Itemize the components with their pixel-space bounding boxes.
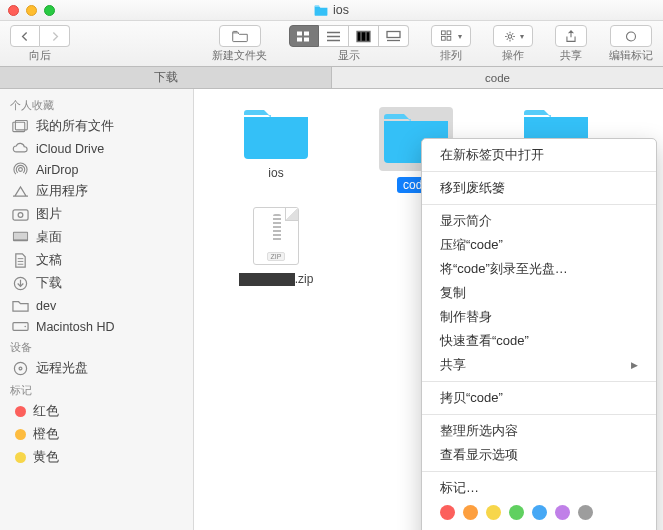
sidebar-item-dev[interactable]: dev	[0, 295, 193, 316]
menu-get-info[interactable]: 显示简介	[422, 209, 656, 233]
back-button[interactable]	[10, 25, 40, 47]
forward-button[interactable]	[40, 25, 70, 47]
context-menu: 在新标签页中打开 移到废纸篓 显示简介 压缩“code” 将“code”刻录至光…	[421, 138, 657, 530]
menu-burn[interactable]: 将“code”刻录至光盘…	[422, 257, 656, 281]
tag-color-gray[interactable]	[578, 505, 593, 520]
sidebar-item-airdrop[interactable]: AirDrop	[0, 159, 193, 180]
action-button[interactable]: ▾	[493, 25, 533, 47]
zip-icon: ZIP	[253, 207, 299, 265]
menu-cleanup[interactable]: 整理所选内容	[422, 419, 656, 443]
sidebar-tag-orange[interactable]: 橙色	[0, 423, 193, 446]
coverflow-view-button[interactable]	[379, 25, 409, 47]
tag-dot-orange	[15, 429, 26, 440]
sidebar-item-apps[interactable]: 应用程序	[0, 180, 193, 203]
sidebar-group-tags: 标记	[0, 380, 193, 400]
sidebar-item-hd[interactable]: Macintosh HD	[0, 316, 193, 337]
sidebar-tag-red[interactable]: 红色	[0, 400, 193, 423]
tag-color-purple[interactable]	[555, 505, 570, 520]
close-window-button[interactable]	[8, 5, 19, 16]
view-mode-switcher	[289, 25, 409, 47]
folder-icon	[241, 107, 311, 159]
edit-tags-button[interactable]	[610, 25, 652, 47]
downloads-icon	[12, 276, 29, 291]
svg-point-23	[19, 367, 22, 370]
menu-copy[interactable]: 拷贝“code”	[422, 386, 656, 410]
sidebar-tag-yellow[interactable]: 黄色	[0, 446, 193, 469]
tag-color-orange[interactable]	[463, 505, 478, 520]
sidebar-item-downloads[interactable]: 下载	[0, 272, 193, 295]
svg-rect-3	[297, 37, 302, 41]
sidebar-item-remote-disc[interactable]: 远程光盘	[0, 357, 193, 380]
pictures-icon	[12, 207, 29, 222]
svg-rect-15	[13, 210, 28, 220]
tab-bar: 下载 code	[0, 67, 663, 89]
menu-move-to-trash[interactable]: 移到废纸篓	[422, 176, 656, 200]
arrange-button[interactable]: ▾	[431, 25, 471, 47]
redacted-text	[239, 273, 295, 286]
tag-color-yellow[interactable]	[486, 505, 501, 520]
svg-rect-6	[442, 30, 446, 34]
icloud-icon	[12, 141, 29, 156]
window-controls	[8, 5, 55, 16]
menu-quicklook[interactable]: 快速查看“code”	[422, 329, 656, 353]
disc-icon	[12, 361, 29, 376]
icon-view-button[interactable]	[289, 25, 319, 47]
tab-code[interactable]: code	[332, 67, 663, 88]
chevron-right-icon: ▶	[631, 360, 638, 370]
menu-tag-colors	[422, 500, 656, 526]
documents-icon	[12, 253, 29, 268]
window-title: ios	[333, 3, 349, 17]
svg-point-21	[24, 326, 26, 328]
share-icon	[563, 30, 579, 43]
sidebar-group-devices: 设备	[0, 337, 193, 357]
menu-share[interactable]: 共享▶	[422, 353, 656, 377]
folder-icon	[314, 4, 328, 16]
svg-rect-9	[447, 36, 451, 40]
svg-rect-0	[315, 5, 320, 7]
svg-rect-7	[447, 30, 451, 34]
tag-color-green[interactable]	[509, 505, 524, 520]
menu-view-options[interactable]: 查看显示选项	[422, 443, 656, 467]
menu-compress[interactable]: 压缩“code”	[422, 233, 656, 257]
svg-point-11	[627, 32, 636, 41]
list-view-button[interactable]	[319, 25, 349, 47]
tag-color-blue[interactable]	[532, 505, 547, 520]
tag-dot-yellow	[15, 452, 26, 463]
file-item[interactable]: ios	[206, 107, 346, 193]
tag-icon	[623, 30, 639, 43]
tag-color-red[interactable]	[440, 505, 455, 520]
svg-point-10	[508, 34, 512, 38]
svg-point-22	[14, 362, 26, 374]
apps-icon	[12, 184, 29, 199]
tab-downloads[interactable]: 下载	[0, 67, 332, 88]
menu-make-alias[interactable]: 制作替身	[422, 305, 656, 329]
folder-icon	[12, 298, 29, 313]
all-files-icon	[12, 119, 29, 134]
sidebar-item-pictures[interactable]: 图片	[0, 203, 193, 226]
svg-rect-4	[304, 37, 309, 41]
column-view-button[interactable]	[349, 25, 379, 47]
zoom-window-button[interactable]	[44, 5, 55, 16]
svg-rect-5	[387, 31, 400, 37]
tag-dot-red	[15, 406, 26, 417]
svg-point-16	[18, 213, 23, 218]
sidebar-item-documents[interactable]: 文稿	[0, 249, 193, 272]
toolbar: 向后 新建文件夹 显示 ▾ 排列 ▾ 操作 共享	[0, 21, 663, 67]
folder-outline-icon	[232, 30, 248, 43]
share-button[interactable]	[555, 25, 587, 47]
sidebar-item-all-files[interactable]: 我的所有文件	[0, 115, 193, 138]
hd-icon	[12, 319, 29, 334]
sidebar-item-icloud[interactable]: iCloud Drive	[0, 138, 193, 159]
desktop-icon	[12, 230, 29, 245]
sidebar-item-desktop[interactable]: 桌面	[0, 226, 193, 249]
svg-rect-18	[14, 233, 27, 240]
titlebar: ios	[0, 0, 663, 21]
minimize-window-button[interactable]	[26, 5, 37, 16]
svg-rect-8	[442, 36, 446, 40]
sidebar-group-favorites: 个人收藏	[0, 95, 193, 115]
file-item[interactable]: ZIP .zip	[206, 207, 346, 287]
menu-duplicate[interactable]: 复制	[422, 281, 656, 305]
gear-icon	[502, 30, 518, 43]
new-folder-button[interactable]	[219, 25, 261, 47]
menu-open-new-tab[interactable]: 在新标签页中打开	[422, 143, 656, 167]
